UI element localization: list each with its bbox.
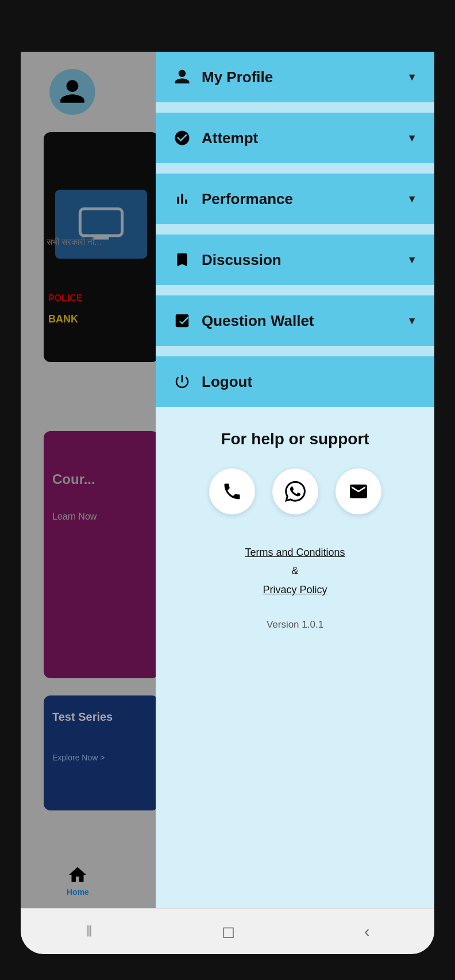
privacy-policy-link[interactable]: Privacy Policy bbox=[245, 581, 345, 599]
whatsapp-button[interactable] bbox=[272, 468, 318, 514]
bar-chart-icon bbox=[173, 190, 191, 208]
menu-item-question-wallet[interactable]: Question Wallet ▼ bbox=[156, 295, 434, 346]
overlay-dim bbox=[21, 52, 159, 908]
menu-item-left: Performance bbox=[173, 190, 293, 208]
discussion-label: Discussion bbox=[202, 251, 282, 269]
side-drawer: My Profile ▼ Attempt ▼ bbox=[156, 52, 434, 908]
chevron-down-icon: ▼ bbox=[407, 132, 417, 144]
performance-label: Performance bbox=[202, 190, 293, 208]
bookmark-icon bbox=[173, 251, 191, 269]
bottom-nav: ⦀ ◻ ‹ bbox=[21, 908, 434, 954]
menu-item-discussion[interactable]: Discussion ▼ bbox=[156, 235, 434, 285]
chevron-down-icon: ▼ bbox=[407, 254, 417, 266]
version-label: Version 1.0.1 bbox=[267, 619, 323, 631]
back-button[interactable]: ‹ bbox=[353, 917, 381, 947]
and-label: & bbox=[245, 562, 345, 580]
support-icons bbox=[209, 468, 381, 514]
status-bar bbox=[21, 23, 434, 52]
menu-item-performance[interactable]: Performance ▼ bbox=[156, 174, 434, 224]
email-button[interactable] bbox=[336, 468, 381, 514]
svg-rect-2 bbox=[178, 317, 187, 319]
attempt-label: Attempt bbox=[202, 129, 258, 147]
chevron-down-icon: ▼ bbox=[407, 315, 417, 327]
power-icon bbox=[173, 372, 191, 391]
receipt-icon bbox=[173, 312, 191, 330]
my-profile-label: My Profile bbox=[202, 68, 273, 86]
home-button[interactable]: ◻ bbox=[210, 916, 246, 947]
svg-rect-3 bbox=[178, 320, 184, 322]
menu-item-left: My Profile bbox=[173, 68, 273, 86]
phone-button[interactable] bbox=[209, 468, 255, 514]
logout-label: Logout bbox=[202, 373, 252, 391]
checkmark-circle-icon bbox=[173, 129, 191, 147]
support-title: For help or support bbox=[221, 430, 369, 448]
menu-item-left: Discussion bbox=[173, 251, 282, 269]
menu-item-left: Attempt bbox=[173, 129, 258, 147]
menu-divider-3 bbox=[156, 224, 434, 235]
menu-item-my-profile[interactable]: My Profile ▼ bbox=[156, 52, 434, 102]
chevron-down-icon: ▼ bbox=[407, 71, 417, 83]
menu-item-left: Question Wallet bbox=[173, 312, 314, 330]
chevron-down-icon: ▼ bbox=[407, 193, 417, 205]
phone-frame: सभी सरकारी नौ... POLICE BANK Cour... Lea… bbox=[21, 23, 434, 954]
terms-link[interactable]: Terms and Conditions bbox=[245, 543, 345, 562]
person-icon bbox=[173, 68, 191, 86]
menu-divider-2 bbox=[156, 163, 434, 174]
screen: सभी सरकारी नौ... POLICE BANK Cour... Lea… bbox=[21, 52, 434, 908]
question-wallet-label: Question Wallet bbox=[202, 312, 314, 330]
menu-divider-5 bbox=[156, 346, 434, 356]
menu-item-attempt[interactable]: Attempt ▼ bbox=[156, 113, 434, 163]
menu-divider-1 bbox=[156, 102, 434, 113]
notch bbox=[182, 32, 273, 43]
menu-button[interactable]: ⦀ bbox=[74, 916, 104, 947]
support-section: For help or support bbox=[156, 407, 434, 908]
menu-divider-4 bbox=[156, 285, 434, 295]
menu-item-logout[interactable]: Logout bbox=[156, 356, 434, 407]
terms-section: Terms and Conditions & Privacy Policy bbox=[245, 543, 345, 599]
